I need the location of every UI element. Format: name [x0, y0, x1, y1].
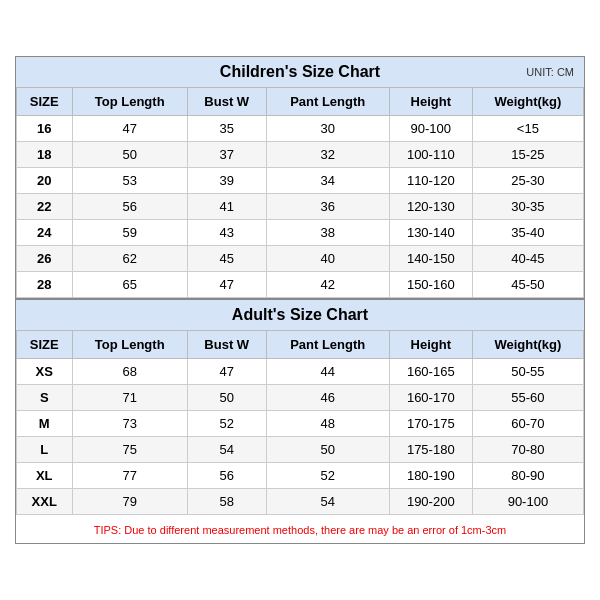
table-cell: 35-40 — [472, 220, 583, 246]
table-cell: 40-45 — [472, 246, 583, 272]
table-cell: 54 — [187, 437, 266, 463]
table-cell: 34 — [266, 168, 389, 194]
table-cell: 190-200 — [389, 489, 472, 515]
table-cell: 50 — [187, 385, 266, 411]
table-cell: 39 — [187, 168, 266, 194]
table-cell: 40 — [266, 246, 389, 272]
table-cell: 44 — [266, 359, 389, 385]
table-cell: 47 — [187, 359, 266, 385]
table-cell: 47 — [187, 272, 266, 298]
tips-row: TIPS: Due to different measurement metho… — [16, 515, 584, 543]
children-table: SIZE Top Length Bust W Pant Length Heigh… — [16, 87, 584, 298]
table-cell: 75 — [72, 437, 187, 463]
table-cell: 30-35 — [472, 194, 583, 220]
adults-col-toplength: Top Length — [72, 331, 187, 359]
table-cell: 180-190 — [389, 463, 472, 489]
table-row: 18503732100-11015-25 — [17, 142, 584, 168]
children-title: Children's Size Chart — [220, 63, 380, 80]
tips-text: TIPS: Due to different measurement metho… — [94, 524, 506, 536]
adults-title: Adult's Size Chart — [232, 306, 368, 323]
children-col-weight: Weight(kg) — [472, 88, 583, 116]
table-cell: 43 — [187, 220, 266, 246]
table-cell: 50 — [72, 142, 187, 168]
table-cell: 56 — [187, 463, 266, 489]
table-cell: 110-120 — [389, 168, 472, 194]
table-cell: M — [17, 411, 73, 437]
table-row: 28654742150-16045-50 — [17, 272, 584, 298]
table-cell: 48 — [266, 411, 389, 437]
table-cell: 45 — [187, 246, 266, 272]
table-cell: 90-100 — [472, 489, 583, 515]
table-cell: 100-110 — [389, 142, 472, 168]
table-cell: 15-25 — [472, 142, 583, 168]
table-cell: 16 — [17, 116, 73, 142]
table-cell: 32 — [266, 142, 389, 168]
table-cell: 50 — [266, 437, 389, 463]
table-cell: 25-30 — [472, 168, 583, 194]
adults-title-row: Adult's Size Chart — [16, 298, 584, 330]
table-cell: XXL — [17, 489, 73, 515]
adults-col-size: SIZE — [17, 331, 73, 359]
table-cell: 28 — [17, 272, 73, 298]
table-row: 22564136120-13030-35 — [17, 194, 584, 220]
adults-col-weight: Weight(kg) — [472, 331, 583, 359]
table-cell: 35 — [187, 116, 266, 142]
table-cell: 38 — [266, 220, 389, 246]
table-cell: 175-180 — [389, 437, 472, 463]
table-cell: 59 — [72, 220, 187, 246]
table-cell: 54 — [266, 489, 389, 515]
adults-col-pantlength: Pant Length — [266, 331, 389, 359]
unit-label: UNIT: CM — [526, 66, 574, 78]
table-cell: 150-160 — [389, 272, 472, 298]
table-cell: 68 — [72, 359, 187, 385]
table-row: S715046160-17055-60 — [17, 385, 584, 411]
table-cell: 77 — [72, 463, 187, 489]
table-cell: 45-50 — [472, 272, 583, 298]
table-cell: L — [17, 437, 73, 463]
table-row: L755450175-18070-80 — [17, 437, 584, 463]
table-cell: 120-130 — [389, 194, 472, 220]
children-col-height: Height — [389, 88, 472, 116]
children-col-toplength: Top Length — [72, 88, 187, 116]
adults-col-bustw: Bust W — [187, 331, 266, 359]
adults-table: SIZE Top Length Bust W Pant Length Heigh… — [16, 330, 584, 515]
table-row: 24594338130-14035-40 — [17, 220, 584, 246]
table-cell: XS — [17, 359, 73, 385]
table-row: XL775652180-19080-90 — [17, 463, 584, 489]
table-row: 20533934110-12025-30 — [17, 168, 584, 194]
table-cell: 60-70 — [472, 411, 583, 437]
table-cell: 20 — [17, 168, 73, 194]
table-cell: 58 — [187, 489, 266, 515]
table-cell: S — [17, 385, 73, 411]
table-cell: 50-55 — [472, 359, 583, 385]
children-col-size: SIZE — [17, 88, 73, 116]
adults-tbody: XS684744160-16550-55S715046160-17055-60M… — [17, 359, 584, 515]
table-cell: 37 — [187, 142, 266, 168]
adults-col-height: Height — [389, 331, 472, 359]
table-cell: 130-140 — [389, 220, 472, 246]
table-cell: 36 — [266, 194, 389, 220]
table-cell: 42 — [266, 272, 389, 298]
table-cell: 22 — [17, 194, 73, 220]
table-row: 26624540140-15040-45 — [17, 246, 584, 272]
table-cell: 170-175 — [389, 411, 472, 437]
children-col-bustw: Bust W — [187, 88, 266, 116]
children-header-row: SIZE Top Length Bust W Pant Length Heigh… — [17, 88, 584, 116]
table-row: M735248170-17560-70 — [17, 411, 584, 437]
size-chart: Children's Size Chart UNIT: CM SIZE Top … — [15, 56, 585, 544]
children-col-pantlength: Pant Length — [266, 88, 389, 116]
table-cell: XL — [17, 463, 73, 489]
table-row: XXL795854190-20090-100 — [17, 489, 584, 515]
table-cell: 70-80 — [472, 437, 583, 463]
table-cell: 53 — [72, 168, 187, 194]
table-cell: 55-60 — [472, 385, 583, 411]
table-cell: 80-90 — [472, 463, 583, 489]
table-cell: 79 — [72, 489, 187, 515]
table-cell: 140-150 — [389, 246, 472, 272]
table-cell: 71 — [72, 385, 187, 411]
table-cell: 24 — [17, 220, 73, 246]
table-cell: 160-170 — [389, 385, 472, 411]
table-cell: 52 — [187, 411, 266, 437]
table-cell: 160-165 — [389, 359, 472, 385]
table-cell: 90-100 — [389, 116, 472, 142]
